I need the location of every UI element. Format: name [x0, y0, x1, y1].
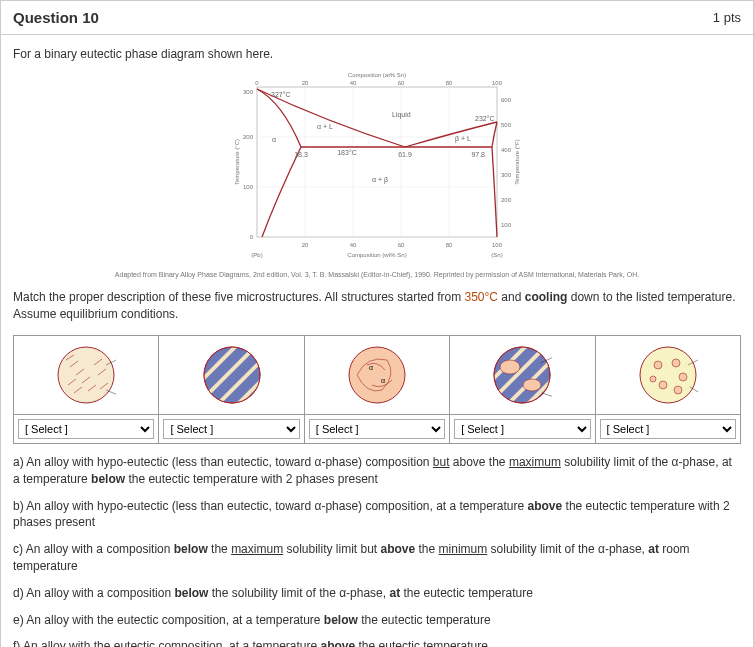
svg-point-84	[672, 359, 680, 367]
svg-text:α: α	[381, 377, 385, 384]
svg-text:0: 0	[255, 80, 259, 86]
svg-text:97.8: 97.8	[471, 151, 485, 158]
svg-text:α: α	[369, 364, 373, 371]
svg-text:400: 400	[501, 147, 512, 153]
svg-text:18.3: 18.3	[294, 151, 308, 158]
question-card: Question 10 1 pts For a binary eutectic …	[0, 0, 754, 647]
svg-text:100: 100	[492, 242, 503, 248]
instruction-text: Match the proper description of these fi…	[13, 289, 741, 323]
svg-text:20: 20	[302, 242, 309, 248]
svg-point-86	[659, 381, 667, 389]
option-a: a) An alloy with hypo-eutectic (less tha…	[13, 454, 741, 488]
bottom-axis-label: Composition (wt% Sn)	[347, 252, 406, 258]
microstructure-3: α α	[311, 340, 443, 410]
svg-text:60: 60	[398, 80, 405, 86]
svg-text:40: 40	[350, 242, 357, 248]
svg-text:β + L: β + L	[455, 135, 471, 143]
svg-point-87	[674, 386, 682, 394]
intro-text: For a binary eutectic phase diagram show…	[13, 47, 741, 61]
question-header: Question 10 1 pts	[1, 1, 753, 35]
svg-text:500: 500	[501, 122, 512, 128]
svg-text:232°C: 232°C	[475, 115, 495, 122]
microstructure-table: β α	[13, 335, 741, 444]
svg-text:200: 200	[501, 197, 512, 203]
svg-text:200: 200	[243, 134, 254, 140]
question-body: For a binary eutectic phase diagram show…	[1, 35, 753, 647]
svg-point-75	[500, 360, 520, 374]
select-4[interactable]: [ Select ]	[454, 419, 590, 439]
select-2[interactable]: [ Select ]	[163, 419, 299, 439]
phase-diagram-wrap: Composition (at% Sn) 0 20 40 60 80 100 2…	[13, 67, 741, 267]
svg-text:α + β: α + β	[372, 176, 388, 184]
svg-text:60: 60	[398, 242, 405, 248]
microstructure-5: α L	[602, 340, 734, 410]
option-d: d) An alloy with a composition below the…	[13, 585, 741, 602]
svg-point-83	[654, 361, 662, 369]
svg-text:327°C: 327°C	[271, 91, 291, 98]
svg-text:100: 100	[501, 222, 512, 228]
option-f: f) An alloy with the eutectic compositio…	[13, 638, 741, 647]
microstructure-1: β α	[20, 340, 152, 410]
top-axis-label: Composition (at% Sn)	[348, 72, 406, 78]
option-b: b) An alloy with hypo-eutectic (less tha…	[13, 498, 741, 532]
svg-text:183°C: 183°C	[337, 149, 357, 156]
svg-text:Liquid: Liquid	[392, 111, 411, 119]
svg-point-76	[523, 379, 541, 391]
phase-diagram: Composition (at% Sn) 0 20 40 60 80 100 2…	[207, 67, 547, 267]
svg-point-66	[349, 347, 405, 403]
svg-text:20: 20	[302, 80, 309, 86]
svg-text:100: 100	[243, 184, 254, 190]
svg-text:600: 600	[501, 97, 512, 103]
answer-options: a) An alloy with hypo-eutectic (less tha…	[13, 454, 741, 647]
diagram-caption: Adapted from Binary Alloy Phase Diagrams…	[13, 271, 741, 279]
microstructure-4: α β	[456, 340, 588, 410]
select-3[interactable]: [ Select ]	[309, 419, 445, 439]
svg-text:Temperature (°C): Temperature (°C)	[234, 139, 240, 185]
svg-line-80	[542, 393, 552, 397]
svg-rect-0	[257, 87, 497, 237]
svg-text:0: 0	[250, 234, 254, 240]
svg-text:300: 300	[501, 172, 512, 178]
svg-text:(Sn): (Sn)	[491, 252, 502, 258]
select-5[interactable]: [ Select ]	[600, 419, 736, 439]
svg-text:α + L: α + L	[317, 123, 333, 130]
question-title: Question 10	[13, 9, 99, 26]
select-1[interactable]: [ Select ]	[18, 419, 154, 439]
svg-text:100: 100	[492, 80, 503, 86]
svg-point-88	[650, 376, 656, 382]
question-points: 1 pts	[713, 10, 741, 25]
svg-point-82	[640, 347, 696, 403]
option-e: e) An alloy with the eutectic compositio…	[13, 612, 741, 629]
svg-text:300: 300	[243, 89, 254, 95]
option-c: c) An alloy with a composition below the…	[13, 541, 741, 575]
svg-text:40: 40	[350, 80, 357, 86]
svg-point-44	[58, 347, 114, 403]
microstructure-2	[165, 340, 297, 410]
svg-text:61.9: 61.9	[398, 151, 412, 158]
svg-text:α: α	[272, 136, 276, 143]
svg-text:80: 80	[446, 242, 453, 248]
svg-text:80: 80	[446, 80, 453, 86]
svg-text:Temperature (°F): Temperature (°F)	[514, 139, 520, 184]
svg-point-85	[679, 373, 687, 381]
svg-text:(Pb): (Pb)	[251, 252, 262, 258]
